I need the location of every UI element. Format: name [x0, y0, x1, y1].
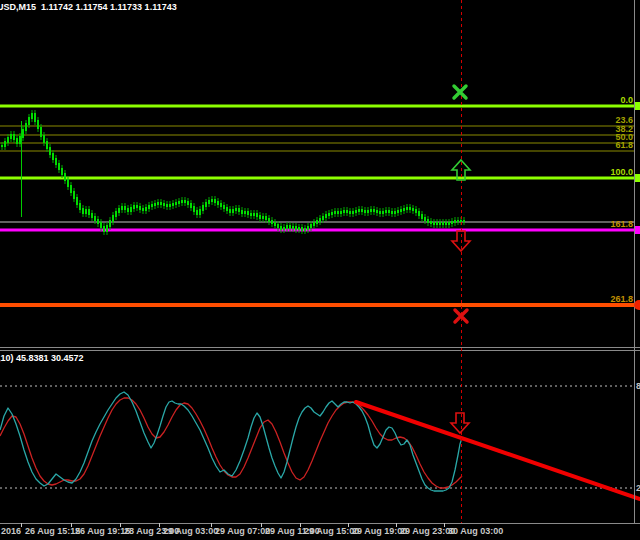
candle-body: [58, 163, 60, 170]
candle-body: [379, 211, 381, 214]
candle-body: [85, 209, 87, 214]
candle-body: [358, 209, 360, 212]
candle-body: [271, 220, 273, 224]
candle-body: [415, 209, 417, 213]
candle-body: [142, 208, 144, 211]
candle-body: [172, 203, 174, 206]
candle-body: [205, 202, 207, 207]
candle-body: [226, 207, 228, 211]
candle-body: [199, 209, 201, 215]
candle-body: [7, 137, 9, 143]
candle-body: [82, 208, 84, 214]
candle-body: [151, 204, 153, 207]
candle-body: [160, 202, 162, 205]
candle-body: [163, 203, 165, 206]
candle-body: [421, 214, 423, 219]
candle-body: [64, 173, 66, 181]
candle-body: [337, 211, 339, 214]
candle-body: [259, 215, 261, 219]
candle-body: [385, 210, 387, 213]
candle-body: [265, 216, 267, 220]
candle-body: [127, 208, 129, 212]
candle-body: [277, 224, 279, 228]
candle-body: [262, 216, 264, 219]
candle-body: [340, 211, 342, 214]
stochastic-main-line: [0, 392, 462, 491]
candle-body: [445, 222, 447, 225]
candle-body: [34, 113, 36, 122]
candle-body: [403, 208, 405, 211]
trading-chart-window: USD,M15 1.11742 1.11754 1.11733 1.11743 …: [0, 0, 640, 540]
candle-body: [19, 136, 21, 144]
candle-body: [367, 210, 369, 213]
candle-body: [316, 220, 318, 224]
candle-body: [436, 222, 438, 225]
candle-body: [196, 210, 198, 215]
candle-body: [394, 211, 396, 214]
candle-body: [364, 210, 366, 213]
candle-body: [28, 117, 30, 125]
candle-body: [133, 205, 135, 209]
candle-body: [166, 204, 168, 207]
candle-body: [55, 158, 57, 165]
candle-body: [49, 147, 51, 155]
candle-body: [241, 210, 243, 214]
candle-body: [88, 209, 90, 215]
candle-body: [76, 197, 78, 205]
candle-body: [139, 206, 141, 210]
candle-body: [238, 208, 240, 212]
candle-body: [391, 211, 393, 214]
candle-body: [292, 226, 294, 229]
candle-body: [121, 206, 123, 210]
candle-body: [418, 211, 420, 216]
candle-body: [25, 123, 27, 131]
candle-body: [334, 211, 336, 214]
candle-body: [430, 221, 432, 224]
candle-body: [427, 219, 429, 223]
candle-body: [193, 206, 195, 212]
candle-body: [43, 135, 45, 143]
candle-body: [100, 222, 102, 228]
candle-body: [349, 211, 351, 214]
candle-body: [361, 209, 363, 212]
candle-body: [223, 205, 225, 209]
candle-body: [124, 206, 126, 210]
candle-body: [112, 215, 114, 222]
candle-body: [22, 129, 24, 138]
candle-body: [214, 199, 216, 203]
candle-body: [40, 127, 42, 137]
candle-body: [31, 113, 33, 119]
candle-body: [253, 213, 255, 216]
candle-body: [232, 209, 234, 213]
candle-body: [313, 222, 315, 226]
candle-body: [1, 145, 3, 147]
candle-body: [211, 199, 213, 202]
price-chart-canvas[interactable]: [0, 0, 640, 540]
candle-body: [154, 203, 156, 206]
candle-body: [286, 225, 288, 229]
candle-body: [388, 210, 390, 213]
candle-body: [448, 222, 450, 225]
candle-body: [397, 210, 399, 213]
candle-body: [352, 211, 354, 214]
candle-body: [370, 209, 372, 212]
candle-body: [460, 220, 462, 222]
candle-body: [70, 185, 72, 193]
candle-body: [190, 203, 192, 208]
candle-body: [256, 213, 258, 217]
candle-body: [157, 202, 159, 205]
candle-body: [145, 207, 147, 211]
candle-body: [250, 213, 252, 216]
candle-body: [409, 207, 411, 210]
candle-body: [319, 218, 321, 222]
candle-body: [310, 224, 312, 228]
candle-body: [442, 222, 444, 225]
stochastic-signal-line: [0, 398, 462, 488]
candle-body: [10, 134, 12, 139]
candle-body: [184, 200, 186, 203]
candle-body: [91, 213, 93, 218]
candle-body: [268, 218, 270, 222]
candle-body: [451, 221, 453, 224]
candle-body: [208, 200, 210, 204]
candle-body: [130, 207, 132, 212]
